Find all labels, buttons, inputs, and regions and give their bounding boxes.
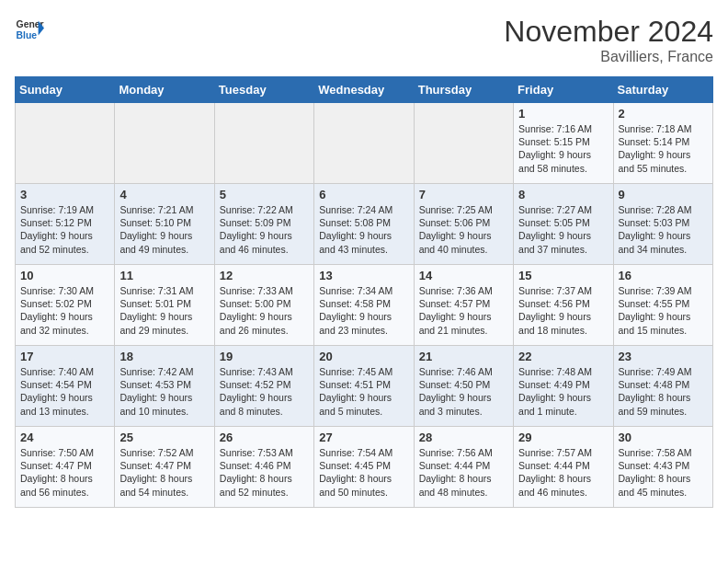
calendar-cell: 26Sunrise: 7:53 AMSunset: 4:46 PMDayligh… [214,427,313,508]
day-info-line: Daylight: 8 hours and 45 minutes. [619,472,708,498]
day-info-line: Daylight: 9 hours and 46 minutes. [220,229,309,255]
day-number: 17 [20,350,109,363]
calendar-cell: 30Sunrise: 7:58 AMSunset: 4:43 PMDayligh… [613,427,712,508]
calendar-cell: 28Sunrise: 7:56 AMSunset: 4:44 PMDayligh… [414,427,513,508]
calendar-cell: 13Sunrise: 7:34 AMSunset: 4:58 PMDayligh… [314,265,414,346]
calendar-cell: 1Sunrise: 7:16 AMSunset: 5:15 PMDaylight… [514,103,613,184]
logo-icon: General Blue [15,15,44,44]
day-number: 10 [20,269,109,282]
day-info-line: Sunset: 5:02 PM [20,297,109,310]
day-number: 26 [220,431,309,444]
day-info-line: Daylight: 8 hours and 54 minutes. [119,472,209,498]
day-number: 24 [20,431,109,444]
day-number: 5 [220,188,309,201]
day-info-line: Sunrise: 7:45 AM [319,365,408,378]
calendar-cell: 8Sunrise: 7:27 AMSunset: 5:05 PMDaylight… [514,184,613,265]
day-info-line: Daylight: 9 hours and 29 minutes. [119,310,209,336]
day-number: 1 [518,107,608,121]
calendar-cell [314,103,414,184]
day-info-line: Sunset: 4:44 PM [518,459,608,472]
day-number: 4 [119,188,209,201]
day-info-line: Sunset: 5:08 PM [319,216,408,229]
calendar-week-3: 10Sunrise: 7:30 AMSunset: 5:02 PMDayligh… [16,265,713,346]
day-info-line: Sunset: 4:46 PM [220,459,309,472]
day-info-line: Sunset: 4:57 PM [419,297,508,310]
calendar-cell: 18Sunrise: 7:42 AMSunset: 4:53 PMDayligh… [115,346,214,427]
day-info-line: Daylight: 8 hours and 48 minutes. [419,472,508,498]
day-info-line: Sunset: 4:45 PM [319,459,408,472]
day-info-line: Daylight: 9 hours and 15 minutes. [619,310,708,336]
calendar-week-4: 17Sunrise: 7:40 AMSunset: 4:54 PMDayligh… [16,346,713,427]
day-info-line: Sunrise: 7:36 AM [419,284,508,297]
day-info-line: Sunrise: 7:42 AM [119,365,209,378]
day-info-line: Sunset: 4:51 PM [319,378,408,391]
header: General Blue November 2024 Bavilliers, F… [15,15,713,65]
day-info-line: Daylight: 9 hours and 21 minutes. [419,310,508,336]
day-info-line: Sunset: 4:52 PM [220,378,309,391]
day-info-line: Sunrise: 7:48 AM [518,365,608,378]
day-number: 6 [319,188,408,201]
day-info-line: Sunrise: 7:21 AM [119,203,209,216]
calendar-cell: 14Sunrise: 7:36 AMSunset: 4:57 PMDayligh… [414,265,513,346]
column-header-tuesday: Tuesday [214,77,313,103]
day-info-line: Sunrise: 7:30 AM [20,284,109,297]
day-number: 27 [319,431,408,444]
day-info-line: Sunset: 4:56 PM [518,297,608,310]
location: Bavilliers, France [504,49,713,65]
day-number: 18 [119,350,209,363]
day-info-line: Sunset: 4:53 PM [119,378,209,391]
day-info-line: Sunrise: 7:46 AM [419,365,508,378]
day-info-line: Sunset: 4:47 PM [20,459,109,472]
calendar-cell [115,103,214,184]
day-info-line: Sunrise: 7:39 AM [619,284,708,297]
calendar-cell: 21Sunrise: 7:46 AMSunset: 4:50 PMDayligh… [414,346,513,427]
day-info-line: Daylight: 8 hours and 56 minutes. [20,472,109,498]
day-info-line: Sunset: 5:10 PM [119,216,209,229]
day-info-line: Daylight: 8 hours and 59 minutes. [619,391,708,417]
day-info-line: Sunset: 4:49 PM [518,378,608,391]
calendar-week-2: 3Sunrise: 7:19 AMSunset: 5:12 PMDaylight… [16,184,713,265]
day-info-line: Daylight: 8 hours and 46 minutes. [518,472,608,498]
day-number: 13 [319,269,408,282]
day-info-line: Sunrise: 7:52 AM [119,446,209,459]
calendar-table: SundayMondayTuesdayWednesdayThursdayFrid… [15,76,713,508]
day-number: 15 [518,269,608,282]
column-header-thursday: Thursday [414,77,513,103]
day-number: 9 [619,188,708,201]
day-number: 8 [518,188,608,201]
day-info-line: Sunrise: 7:24 AM [319,203,408,216]
day-info-line: Sunrise: 7:25 AM [419,203,508,216]
day-number: 2 [619,107,708,121]
day-info-line: Daylight: 9 hours and 26 minutes. [220,310,309,336]
day-info-line: Daylight: 9 hours and 55 minutes. [619,148,708,174]
calendar-cell [16,103,115,184]
day-info-line: Daylight: 9 hours and 52 minutes. [20,229,109,255]
day-info-line: Sunrise: 7:57 AM [518,446,608,459]
day-number: 14 [419,269,508,282]
calendar-cell: 27Sunrise: 7:54 AMSunset: 4:45 PMDayligh… [314,427,414,508]
day-info-line: Sunset: 5:00 PM [220,297,309,310]
day-info-line: Sunrise: 7:28 AM [619,203,708,216]
day-number: 22 [518,350,608,363]
day-info-line: Daylight: 9 hours and 40 minutes. [419,229,508,255]
day-number: 25 [119,431,209,444]
day-number: 28 [419,431,508,444]
column-header-wednesday: Wednesday [314,77,414,103]
day-info-line: Sunrise: 7:40 AM [20,365,109,378]
day-info-line: Daylight: 9 hours and 58 minutes. [518,148,608,174]
day-number: 7 [419,188,508,201]
day-info-line: Sunset: 4:44 PM [419,459,508,472]
column-header-monday: Monday [115,77,214,103]
day-info-line: Sunset: 5:06 PM [419,216,508,229]
day-number: 3 [20,188,109,201]
day-info-line: Sunrise: 7:37 AM [518,284,608,297]
calendar-cell: 20Sunrise: 7:45 AMSunset: 4:51 PMDayligh… [314,346,414,427]
day-info-line: Sunrise: 7:33 AM [220,284,309,297]
calendar-cell: 6Sunrise: 7:24 AMSunset: 5:08 PMDaylight… [314,184,414,265]
day-info-line: Sunset: 5:09 PM [220,216,309,229]
day-number: 12 [220,269,309,282]
calendar-cell: 19Sunrise: 7:43 AMSunset: 4:52 PMDayligh… [214,346,313,427]
column-header-saturday: Saturday [613,77,712,103]
day-info-line: Daylight: 9 hours and 49 minutes. [119,229,209,255]
day-info-line: Sunrise: 7:49 AM [619,365,708,378]
